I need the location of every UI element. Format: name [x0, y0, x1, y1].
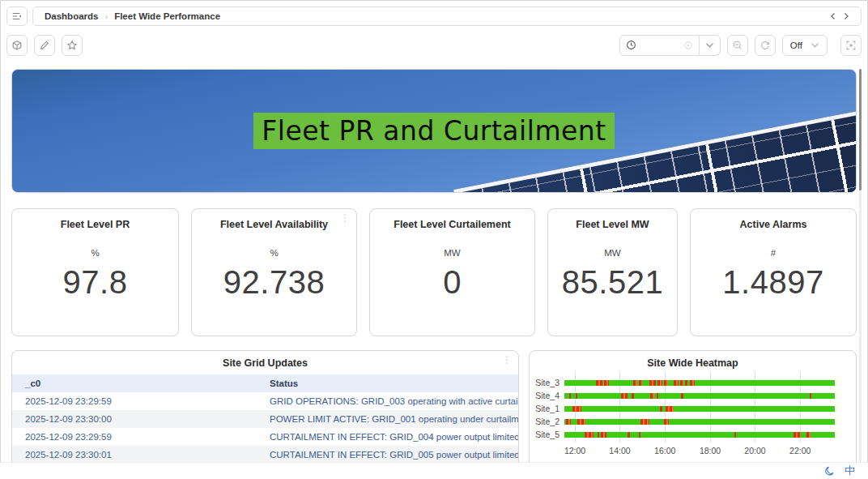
sidebar-collapse-button[interactable]	[6, 6, 28, 26]
table-row[interactable]: 2025-12-09 23:30:00POWER LIMIT ACTIVE: G…	[12, 410, 518, 428]
kebab-menu-icon[interactable]: ⋮	[340, 213, 350, 223]
dark-mode-toggle[interactable]	[824, 466, 835, 477]
heatmap-event-segment	[639, 432, 640, 438]
heatmap-track[interactable]	[564, 393, 835, 399]
time-range-field[interactable]	[619, 35, 700, 56]
auto-refresh-value: Off	[790, 41, 802, 50]
stat-value: 97.8	[12, 264, 178, 301]
heatmap-event-segment	[657, 380, 662, 386]
favorite-button[interactable]	[62, 35, 83, 56]
stat-panel-fleet-curtailment[interactable]: Fleet Level Curtailement MW 0	[369, 208, 535, 336]
heatmap-event-segment	[585, 432, 594, 438]
heatmap-event-segment	[690, 380, 696, 386]
heatmap-event-segment	[598, 432, 599, 438]
table-panel-title: Site Grid Updates	[12, 351, 518, 369]
heatmap-track[interactable]	[564, 419, 835, 425]
heatmap-plot: Site_3Site_4Site_1Site_2Site_5	[564, 376, 835, 441]
table-row[interactable]: 2025-12-09 23:29:59CURTAILMENT IN EFFECT…	[12, 428, 518, 446]
heatmap-axis: 12:0014:0016:0018:0020:0022:00	[564, 446, 835, 457]
heatmap-event-segment	[566, 419, 570, 425]
heatmap-event-segment	[601, 432, 606, 438]
stat-unit: %	[12, 248, 178, 258]
zoom-out-time-button[interactable]	[727, 35, 748, 56]
heatmap-site-label: Site_3	[530, 378, 560, 387]
fullscreen-button[interactable]	[840, 35, 862, 56]
stat-value: 92.738	[192, 264, 356, 301]
history-back-button[interactable]	[827, 10, 840, 23]
history-forward-button[interactable]	[840, 10, 853, 23]
heatmap-event-segment	[806, 432, 811, 438]
heatmap-tick-label: 22:00	[789, 446, 811, 455]
heatmap-event-segment	[628, 432, 630, 438]
timestamp-cell: 2025-12-09 23:30:01	[12, 446, 270, 462]
stat-title: Fleet Level Curtailement	[370, 219, 534, 230]
heatmap-event-segment	[685, 380, 687, 386]
heatmap-event-segment	[576, 393, 577, 399]
stat-title: Fleet Level Availability	[192, 219, 356, 230]
kebab-menu-icon[interactable]: ⋮	[502, 355, 512, 365]
heatmap-event-segment	[649, 380, 656, 386]
breadcrumb: Dashboards › Fleet Wide Performance	[32, 6, 862, 26]
heatmap-event-segment	[664, 380, 668, 386]
auto-refresh-dropdown[interactable]: Off	[782, 35, 828, 56]
dashboard-canvas: Fleet PR and Curtailment Fleet Level PR …	[11, 69, 857, 462]
heatmap-track[interactable]	[564, 432, 835, 438]
heatmap-track[interactable]	[564, 406, 835, 412]
refresh-button[interactable]	[755, 35, 776, 56]
moon-icon	[824, 466, 835, 477]
table-row[interactable]: 2025-12-09 23:30:01CURTAILMENT IN EFFECT…	[12, 446, 518, 462]
status-cell: POWER LIMIT ACTIVE: GRID_001 operating u…	[270, 410, 518, 428]
breadcrumb-current-page: Fleet Wide Performance	[114, 11, 220, 21]
stat-panel-fleet-mw[interactable]: Fleet Level MW MW 85.521	[547, 208, 678, 336]
heatmap-event-segment	[569, 393, 572, 399]
stat-panel-fleet-availability[interactable]: ⋮ Fleet Level Availability % 92.738	[191, 208, 357, 336]
edit-pencil-icon	[39, 40, 50, 51]
panel-add-button[interactable]	[6, 35, 28, 56]
timestamp-cell: 2025-12-09 23:30:00	[12, 410, 270, 428]
stat-unit: #	[691, 248, 856, 258]
heatmap-rows: Site_3Site_4Site_1Site_2Site_5	[564, 376, 835, 441]
time-range-picker[interactable]	[619, 35, 721, 56]
chevron-down-icon	[705, 41, 714, 49]
heatmap-event-segment	[794, 432, 801, 438]
heatmap-event-segment	[640, 419, 649, 425]
stat-panel-active-alarms[interactable]: Active Alarms # 1.4897	[690, 208, 857, 336]
language-toggle[interactable]: 中	[845, 464, 855, 478]
heatmap-track[interactable]	[564, 380, 835, 386]
heatmap-row: Site_4	[564, 389, 835, 402]
heatmap-event-segment	[639, 380, 643, 386]
timestamp-cell: 2025-12-09 23:29:59	[12, 392, 270, 410]
heatmap-site-label: Site_4	[530, 391, 560, 400]
heatmap-event-segment	[632, 393, 634, 399]
heatmap-event-segment	[633, 380, 637, 386]
time-range-dropdown-button[interactable]	[700, 35, 721, 56]
banner-title: Fleet PR and Curtailment	[253, 113, 614, 149]
heatmap-event-segment	[596, 380, 604, 386]
column-header-status[interactable]: Status	[270, 374, 518, 392]
stat-panel-fleet-pr[interactable]: Fleet Level PR % 97.8	[11, 208, 179, 336]
zoom-out-icon	[732, 40, 743, 51]
heatmap-event-segment	[621, 393, 628, 399]
table-row[interactable]: 2025-12-09 23:29:59GRID OPERATIONS: GRID…	[12, 392, 518, 410]
column-header-c0[interactable]: _c0	[12, 374, 270, 392]
breadcrumb-separator-icon: ›	[104, 11, 108, 21]
clock-icon	[626, 40, 636, 50]
stat-value: 1.4897	[691, 264, 856, 301]
breadcrumb-dashboards[interactable]: Dashboards	[45, 11, 98, 21]
stat-value: 85.521	[548, 264, 677, 301]
banner-panel: Fleet PR and Curtailment	[11, 69, 857, 193]
sidebar-collapse-icon	[11, 11, 23, 22]
heatmap-event-segment	[680, 380, 683, 386]
stat-unit: MW	[370, 248, 534, 258]
dashboard-toolbar: Off	[0, 27, 868, 58]
heatmap-event-segment	[657, 393, 659, 399]
refresh-icon	[760, 40, 771, 51]
heatmap-event-segment	[572, 406, 581, 412]
scope-icon	[683, 41, 693, 50]
heatmap-site-label: Site_5	[530, 430, 560, 439]
heatmap-event-segment	[666, 406, 674, 412]
heatmap-tick-label: 18:00	[700, 446, 721, 455]
vertical-scrollbar-thumb[interactable]	[859, 69, 862, 190]
status-cell: CURTAILMENT IN EFFECT: GRID_004 power ou…	[270, 428, 518, 446]
edit-dashboard-button[interactable]	[34, 35, 55, 56]
